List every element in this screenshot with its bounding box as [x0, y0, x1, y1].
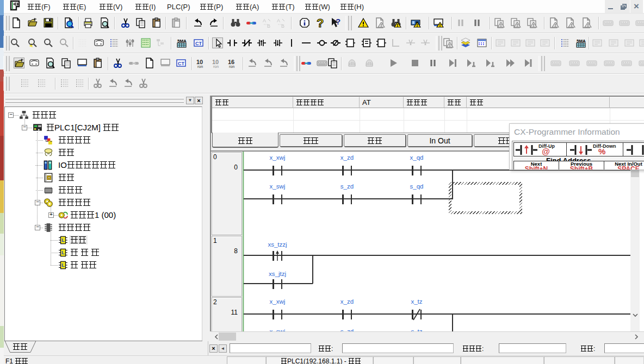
svg-text:A: A	[263, 18, 266, 23]
svg-text:L: L	[61, 250, 65, 255]
svg-text:B: B	[267, 23, 270, 28]
svg-text:L: L	[61, 237, 65, 243]
svg-text:ron: ron	[197, 65, 203, 68]
svg-text:B: B	[281, 23, 284, 28]
svg-text:?: ?	[336, 17, 340, 26]
svg-text:?: ?	[317, 17, 324, 28]
svg-text:ron: ron	[213, 65, 219, 68]
svg-text:CT: CT	[195, 41, 202, 46]
svg-text:A: A	[277, 18, 280, 23]
svg-text:ron: ron	[229, 65, 234, 68]
svg-text:CT: CT	[178, 61, 184, 66]
svg-text:L: L	[61, 262, 65, 268]
